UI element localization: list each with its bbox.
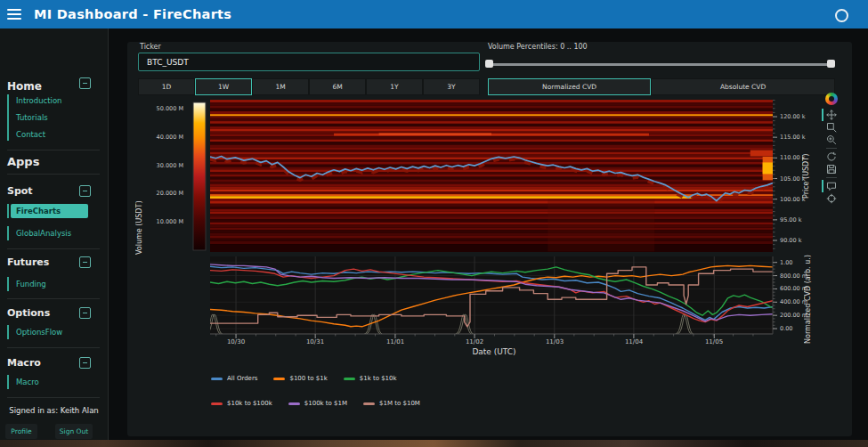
- sidebar-item-globalanalysis[interactable]: GlobalAnalysis: [16, 229, 71, 238]
- profile-button[interactable]: Profile: [5, 424, 37, 439]
- price-tick-label: 120.00 k: [780, 113, 806, 120]
- percentile-slider-max-handle[interactable]: [827, 60, 835, 68]
- crosshair-icon[interactable]: [825, 192, 839, 205]
- signed-in-text: Signed in as: Keith Alan: [0, 406, 108, 415]
- collapse-icon[interactable]: [79, 77, 91, 89]
- date-tick-label: 10/31: [300, 338, 330, 345]
- sidebar-item-optionsflow[interactable]: OptionsFlow: [16, 328, 62, 337]
- range-button-1w[interactable]: 1W: [195, 78, 252, 95]
- range-button-1m[interactable]: 1M: [252, 78, 309, 95]
- collapse-icon[interactable]: [79, 185, 91, 197]
- volume-tick-label: 10.000 M: [142, 218, 183, 225]
- cvd-button-normalized-cvd[interactable]: Normalized CVD: [488, 78, 651, 95]
- sidebar-home-header: Home: [7, 80, 42, 93]
- sidebar-item-tutorials[interactable]: Tutorials: [16, 113, 48, 122]
- sidebar-item-contact[interactable]: Contact: [16, 130, 45, 139]
- volume-tick-label: 40.000 M: [142, 134, 183, 141]
- range-button-1d[interactable]: 1D: [138, 78, 195, 95]
- price-tick-label: 90.00 k: [780, 237, 801, 244]
- sidebar-item-firecharts-selected[interactable]: FireCharts: [11, 204, 88, 218]
- volume-tick-label: 20.000 M: [142, 190, 183, 197]
- legend-item--100-to-1k[interactable]: $100 to $1k: [273, 375, 327, 382]
- range-button-1y[interactable]: 1Y: [366, 78, 423, 95]
- sidebar-item-introduction[interactable]: Introduction: [16, 96, 61, 105]
- cvd-button-group: Normalized CVDAbsolute CVD: [488, 78, 835, 95]
- sidebar-group-macro: Macro: [7, 357, 41, 369]
- ticker-label: Ticker: [140, 43, 161, 51]
- wheel-zoom-icon[interactable]: [825, 134, 839, 146]
- box-zoom-icon[interactable]: [825, 121, 839, 134]
- pan-icon[interactable]: [825, 109, 839, 121]
- date-tick-label: 10/30: [221, 338, 251, 345]
- legend-item--1m-to-10m[interactable]: $1M to $10M: [363, 400, 420, 407]
- volume-axis-label: Volume (USDT): [135, 178, 143, 278]
- top-navbar: MI Dashboard - FireCharts: [0, 0, 868, 28]
- ticker-input[interactable]: [138, 53, 480, 71]
- sidebar-item-macro[interactable]: Macro: [16, 378, 39, 386]
- range-button-group: 1D1W1M6M1Y3Y: [138, 78, 480, 95]
- sidebar-group-spot: Spot: [7, 185, 33, 197]
- range-button-3y[interactable]: 3Y: [423, 78, 480, 95]
- bokeh-logo-icon[interactable]: [825, 93, 838, 105]
- range-button-6m[interactable]: 6M: [309, 78, 366, 95]
- sidebar-group-futures: Futures: [7, 256, 49, 268]
- app-title: MI Dashboard - FireCharts: [34, 7, 231, 21]
- price-axis-label: Price (USDT): [802, 134, 810, 218]
- price-tick-label: 95.00 k: [780, 216, 801, 224]
- percentile-slider-track[interactable]: [489, 63, 834, 66]
- date-tick-label: 11/04: [619, 338, 649, 345]
- collapse-icon[interactable]: [79, 307, 91, 319]
- background-photo-strip: [0, 440, 868, 447]
- percentile-slider-min-handle[interactable]: [485, 60, 493, 68]
- cvd-button-absolute-cvd[interactable]: Absolute CVD: [651, 78, 835, 95]
- cvd-tick-label: 0.00: [780, 325, 792, 332]
- collapse-icon[interactable]: [79, 256, 91, 268]
- cvd-tick-label: 1.00: [780, 259, 792, 266]
- hover-icon[interactable]: [825, 180, 839, 192]
- sidebar-group-options: Options: [7, 307, 50, 319]
- chart-toolbar: [823, 93, 840, 205]
- legend-item--10k-to-100k[interactable]: $10k to $100k: [211, 400, 272, 407]
- legend-item--1k-to-10k[interactable]: $1k to $10k: [344, 375, 397, 382]
- percentiles-label: Volume Percentiles: 0 .. 100: [488, 43, 588, 51]
- cvd-axis-label: Normalized CVD (arb. u.): [804, 249, 812, 349]
- status-circle-icon[interactable]: [835, 9, 848, 22]
- legend-row-2: $10k to $100k$100k to $1M$1M to $10M: [211, 400, 420, 407]
- hamburger-menu-icon[interactable]: [7, 9, 21, 20]
- sidebar: HomeIntroductionTutorialsContactAppsSpot…: [0, 28, 109, 440]
- sidebar-item-funding[interactable]: Funding: [16, 280, 46, 289]
- collapse-icon[interactable]: [79, 357, 91, 369]
- date-tick-label: 11/03: [539, 338, 570, 345]
- legend-row-1: All Orders$100 to $1k$1k to $10k: [211, 375, 397, 382]
- sign-out-button[interactable]: Sign Out: [55, 424, 93, 439]
- date-axis-label: Date (UTC): [445, 347, 543, 356]
- legend-item-all-orders[interactable]: All Orders: [211, 375, 257, 382]
- date-tick-label: 11/02: [459, 338, 490, 345]
- reset-icon[interactable]: [825, 150, 839, 163]
- date-tick-label: 11/01: [380, 338, 410, 345]
- sidebar-apps-header: Apps: [7, 155, 39, 168]
- volume-tick-label: 30.000 M: [142, 162, 183, 169]
- legend-item--100k-to-1m[interactable]: $100k to $1M: [288, 400, 347, 407]
- date-tick-label: 11/05: [699, 338, 729, 345]
- save-icon[interactable]: [825, 163, 839, 175]
- volume-tick-label: 50.000 M: [142, 105, 183, 112]
